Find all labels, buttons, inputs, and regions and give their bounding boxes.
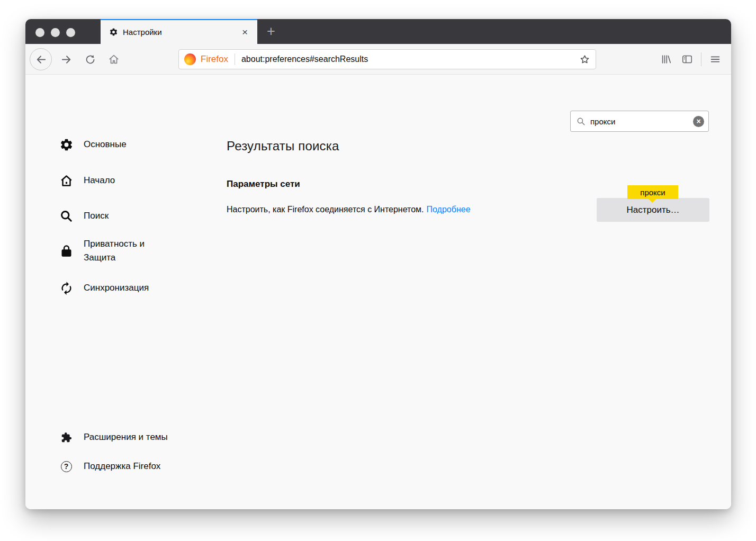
forward-arrow-icon	[60, 53, 73, 66]
clear-search-icon[interactable]: ×	[693, 116, 704, 127]
tab-title: Настройки	[123, 28, 234, 37]
gear-icon	[109, 28, 118, 37]
sidebar-item-general[interactable]: Основные	[58, 138, 191, 152]
forward-button[interactable]	[55, 48, 77, 70]
library-icon	[660, 53, 672, 65]
sidebar-item-privacy[interactable]: Приватность и Защита	[58, 237, 197, 265]
home-icon	[108, 53, 120, 65]
title-bar: Настройки × +	[25, 19, 731, 44]
sidebar-item-support[interactable]: ? Поддержка Firefox	[58, 459, 191, 473]
browser-window: Настройки × + Firefox about:preferences#…	[25, 19, 731, 509]
search-icon	[576, 116, 586, 127]
search-input[interactable]	[590, 117, 693, 126]
help-icon: ?	[58, 461, 74, 472]
library-button[interactable]	[655, 49, 677, 70]
firefox-logo-icon	[184, 53, 196, 65]
identity-label: Firefox	[201, 54, 228, 65]
window-minimize-button[interactable]	[51, 28, 60, 37]
description-text: Настроить, как Firefox соединяется с Инт…	[227, 205, 424, 214]
gear-icon	[58, 138, 74, 152]
sidebar-item-label: Основные	[84, 138, 127, 151]
home-icon	[58, 174, 74, 188]
bookmark-star-icon[interactable]	[579, 54, 590, 65]
preferences-content: × Основные Начало Поиск Приватность	[25, 75, 731, 509]
sidebar-toggle-button[interactable]	[677, 49, 698, 70]
lock-icon	[58, 244, 74, 258]
url-text[interactable]: about:preferences#searchResults	[241, 55, 575, 64]
section-title: Параметры сети	[227, 179, 300, 190]
search-icon	[58, 209, 74, 223]
page-title: Результаты поиска	[227, 139, 339, 154]
preferences-search-box[interactable]: ×	[570, 111, 709, 132]
sidebar-panel-icon	[681, 53, 693, 65]
menu-button[interactable]	[705, 49, 726, 70]
sidebar-item-sync[interactable]: Синхронизация	[58, 281, 191, 295]
sidebar-item-search[interactable]: Поиск	[58, 209, 191, 223]
sidebar-item-home[interactable]: Начало	[58, 174, 191, 188]
url-separator	[235, 53, 235, 65]
sidebar-item-label: Поддержка Firefox	[84, 459, 160, 473]
sidebar-item-label: Приватность и Защита	[84, 237, 173, 265]
window-close-button[interactable]	[35, 28, 44, 37]
sidebar-item-label: Поиск	[84, 209, 109, 223]
sidebar-item-label: Синхронизация	[84, 281, 149, 295]
sync-icon	[58, 281, 74, 295]
toolbar-right-group	[655, 48, 731, 70]
sidebar-item-label: Начало	[84, 174, 115, 187]
home-button[interactable]	[103, 48, 125, 70]
toolbar-separator	[701, 52, 701, 66]
url-bar[interactable]: Firefox about:preferences#searchResults	[178, 49, 596, 69]
traffic-lights	[35, 28, 75, 37]
tab-close-icon[interactable]: ×	[239, 26, 251, 38]
section-description: Настроить, как Firefox соединяется с Инт…	[227, 205, 471, 214]
hamburger-menu-icon	[709, 53, 721, 65]
back-arrow-icon	[35, 53, 47, 66]
new-tab-button[interactable]: +	[263, 22, 280, 41]
sidebar-item-extensions[interactable]: Расширения и темы	[58, 430, 191, 444]
window-zoom-button[interactable]	[66, 28, 75, 37]
sidebar-item-label: Расширения и темы	[84, 430, 168, 444]
search-highlight-tooltip: прокси	[627, 185, 678, 199]
learn-more-link[interactable]: Подробнее	[427, 205, 471, 214]
back-button[interactable]	[30, 48, 52, 70]
reload-button[interactable]	[79, 48, 101, 70]
tab-settings[interactable]: Настройки ×	[101, 19, 257, 44]
reload-icon	[85, 54, 96, 65]
navigation-toolbar: Firefox about:preferences#searchResults	[25, 44, 731, 75]
puzzle-icon	[58, 432, 74, 443]
